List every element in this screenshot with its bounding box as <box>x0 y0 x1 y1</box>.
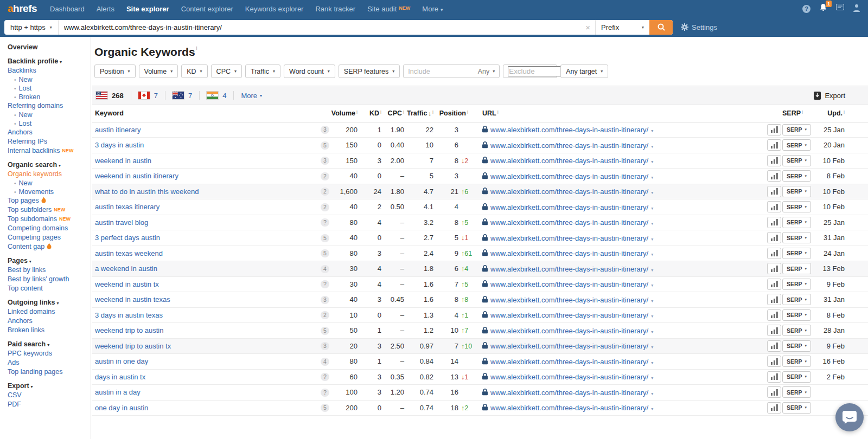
sidebar-section-overview[interactable]: Overview <box>8 42 91 52</box>
chevron-down-icon[interactable]: ▾ <box>651 345 653 350</box>
serp-dropdown-button[interactable]: SERP▾ <box>782 309 811 321</box>
sidebar-item-linked-domains[interactable]: Linked domains <box>8 307 91 317</box>
chevron-down-icon[interactable]: ▾ <box>651 237 653 242</box>
keyword-link[interactable]: weekend in austin texas <box>95 295 170 304</box>
serp-dropdown-button[interactable]: SERP▾ <box>782 325 811 336</box>
chevron-down-icon[interactable]: ▾ <box>651 221 653 226</box>
more-countries-button[interactable]: More ▾ <box>241 92 262 100</box>
nav-item-site-audit[interactable]: Site auditNEW <box>367 5 410 13</box>
sidebar-item-referring-domains[interactable]: Referring domains <box>8 101 91 111</box>
keyword-link[interactable]: austin texas weekend <box>95 249 163 257</box>
url-link[interactable]: www.alexbirkett.com/three-days-in-austin… <box>490 404 648 412</box>
url-link[interactable]: www.alexbirkett.com/three-days-in-austin… <box>490 296 648 304</box>
serp-dropdown-button[interactable]: SERP▾ <box>782 124 811 135</box>
position-history-chart-button[interactable] <box>767 371 781 383</box>
position-history-chart-button[interactable] <box>767 217 781 228</box>
serp-dropdown-button[interactable]: SERP▾ <box>782 340 811 352</box>
position-history-chart-button[interactable] <box>767 201 781 212</box>
filter-kd-dropdown[interactable]: KD▾ <box>181 64 207 78</box>
filter-cpc-dropdown[interactable]: CPC▾ <box>211 64 242 78</box>
col-cpc[interactable]: CPCi <box>382 105 405 122</box>
chevron-down-icon[interactable]: ▾ <box>651 175 653 180</box>
position-history-chart-button[interactable] <box>767 248 781 259</box>
serp-dropdown-button[interactable]: SERP▾ <box>782 170 811 182</box>
sidebar-item-top-content[interactable]: Top content <box>8 284 91 293</box>
serp-dropdown-button[interactable]: SERP▾ <box>782 386 811 398</box>
nav-item-more[interactable]: More▾ <box>422 5 443 13</box>
serp-features-badge[interactable]: 2 <box>321 188 329 196</box>
sidebar-subitem-lost[interactable]: •Lost <box>8 119 91 128</box>
sidebar-item-top-subfolders[interactable]: Top subfoldersNEW <box>8 205 91 215</box>
serp-dropdown-button[interactable]: SERP▾ <box>782 232 811 243</box>
chevron-down-icon[interactable]: ▾ <box>651 299 653 304</box>
sidebar-item-ads[interactable]: Ads <box>8 358 91 367</box>
keyword-link[interactable]: austin texas itinerary <box>95 203 159 211</box>
filter-traffic-dropdown[interactable]: Traffic▾ <box>245 64 280 78</box>
chevron-down-icon[interactable]: ▾ <box>651 283 653 288</box>
include-input[interactable] <box>408 68 477 75</box>
url-link[interactable]: www.alexbirkett.com/three-days-in-austin… <box>490 311 648 319</box>
chevron-down-icon[interactable]: ▾ <box>651 190 653 195</box>
include-any-value[interactable]: Any <box>478 68 490 75</box>
sidebar-item-referring-ips[interactable]: Referring IPs <box>8 137 91 146</box>
url-link[interactable]: www.alexbirkett.com/three-days-in-austin… <box>490 218 648 227</box>
sidebar-item-competing-pages[interactable]: Competing pages <box>8 233 91 242</box>
serp-dropdown-button[interactable]: SERP▾ <box>782 248 811 259</box>
url-link[interactable]: www.alexbirkett.com/three-days-in-austin… <box>490 358 648 366</box>
serp-dropdown-button[interactable]: SERP▾ <box>782 294 811 305</box>
settings-button[interactable]: Settings <box>681 23 717 31</box>
url-link[interactable]: www.alexbirkett.com/three-days-in-austin… <box>490 203 648 211</box>
chevron-down-icon[interactable]: ▾ <box>651 330 653 334</box>
url-link[interactable]: www.alexbirkett.com/three-days-in-austin… <box>490 141 648 150</box>
col-position[interactable]: Positioni <box>435 105 481 122</box>
sidebar-item-top-subdomains[interactable]: Top subdomainsNEW <box>8 215 91 224</box>
sidebar-item-competing-domains[interactable]: Competing domains <box>8 224 91 233</box>
keyword-link[interactable]: days in austin tx <box>95 373 145 381</box>
url-link[interactable]: www.alexbirkett.com/three-days-in-austin… <box>490 389 648 397</box>
position-history-chart-button[interactable] <box>767 294 781 305</box>
url-link[interactable]: www.alexbirkett.com/three-days-in-austin… <box>490 280 648 288</box>
sidebar-item-top-pages[interactable]: Top pages <box>8 196 91 205</box>
chevron-down-icon[interactable]: ▾ <box>651 360 653 365</box>
search-button[interactable] <box>649 20 673 35</box>
serp-features-badge[interactable]: ? <box>321 218 329 227</box>
sidebar-subitem-new[interactable]: •New <box>8 179 91 188</box>
serp-features-badge[interactable]: 5 <box>321 249 329 257</box>
serp-features-badge[interactable]: 4 <box>321 358 329 366</box>
nav-item-dashboard[interactable]: Dashboard <box>50 5 85 13</box>
sidebar-section-export[interactable]: Export▾ <box>8 381 91 391</box>
filter-volume-dropdown[interactable]: Volume▾ <box>139 64 178 78</box>
position-history-chart-button[interactable] <box>767 155 781 166</box>
sidebar-subitem-lost[interactable]: •Lost <box>8 84 91 93</box>
clear-search-icon[interactable]: × <box>580 23 595 32</box>
sidebar-item-top-landing-pages[interactable]: Top landing pages <box>8 367 91 377</box>
serp-dropdown-button[interactable]: SERP▾ <box>782 356 811 367</box>
position-history-chart-button[interactable] <box>767 325 781 336</box>
chevron-down-icon[interactable]: ▾ <box>651 206 653 211</box>
col-traffic[interactable]: Traffic↓i <box>405 105 435 122</box>
sidebar-section-pages[interactable]: Pages▾ <box>8 256 91 266</box>
serp-features-badge[interactable]: 3 <box>321 126 329 134</box>
keyword-link[interactable]: 3 days in austin texas <box>95 311 163 319</box>
chevron-down-icon[interactable]: ▾ <box>651 391 653 396</box>
position-history-chart-button[interactable] <box>767 263 781 274</box>
position-history-chart-button[interactable] <box>767 386 781 398</box>
export-button[interactable]: Export <box>814 92 845 100</box>
nav-item-alerts[interactable]: Alerts <box>97 5 114 13</box>
chevron-down-icon[interactable]: ▾ <box>651 159 653 164</box>
serp-features-badge[interactable]: 3 <box>321 296 329 304</box>
serp-features-badge[interactable]: 3 <box>321 342 329 350</box>
chevron-down-icon[interactable]: ▾ <box>651 406 653 411</box>
sidebar-item-backlinks[interactable]: Backlinks <box>8 66 91 75</box>
keyword-link[interactable]: 3 days in austin <box>95 141 144 149</box>
serp-features-badge[interactable]: 5 <box>321 141 329 150</box>
serp-features-badge[interactable]: 3 <box>321 157 329 165</box>
protocol-dropdown[interactable]: http + https ▾ <box>4 20 59 35</box>
keyword-link[interactable]: austin in a day <box>95 388 141 396</box>
sidebar-item-anchors[interactable]: Anchors <box>8 128 91 137</box>
sidebar-item-content-gap[interactable]: Content gap <box>8 242 91 251</box>
keyword-link[interactable]: 3 perfect days austin <box>95 234 160 242</box>
nav-item-rank-tracker[interactable]: Rank tracker <box>315 5 355 13</box>
keyword-link[interactable]: weekend in austin tx <box>95 280 159 288</box>
url-link[interactable]: www.alexbirkett.com/three-days-in-austin… <box>490 249 648 257</box>
